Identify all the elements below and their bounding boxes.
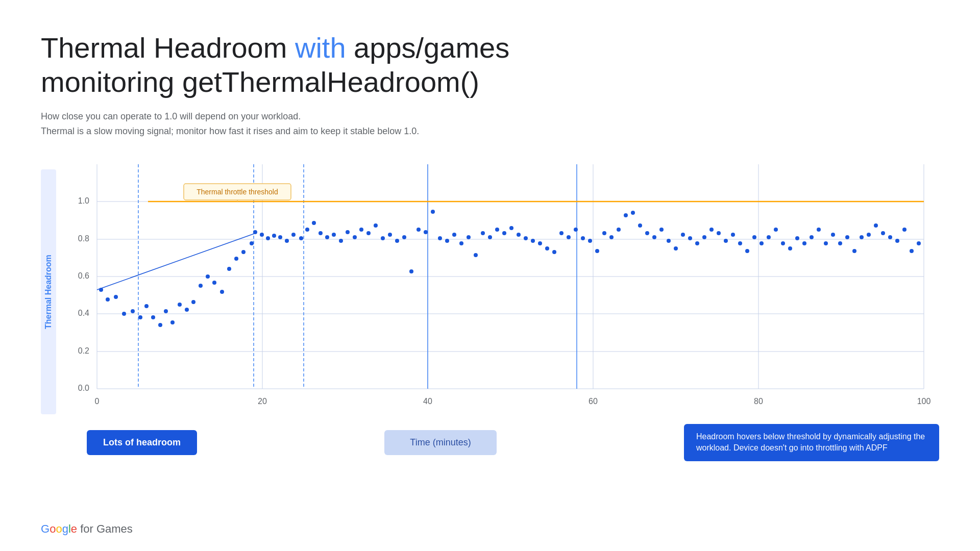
svg-point-77 (416, 228, 421, 232)
svg-point-44 (191, 300, 195, 304)
svg-point-36 (138, 315, 142, 319)
svg-point-118 (709, 228, 714, 232)
subtitle: How close you can operate to 1.0 will de… (41, 109, 939, 139)
svg-point-75 (402, 235, 406, 239)
svg-point-51 (241, 250, 246, 254)
svg-point-100 (581, 236, 585, 240)
svg-point-53 (253, 230, 257, 234)
svg-point-50 (234, 257, 238, 261)
svg-point-38 (151, 315, 155, 319)
svg-point-147 (917, 241, 921, 245)
svg-point-45 (199, 284, 203, 288)
title-part1: Thermal Headroom (41, 32, 295, 64)
page-title: Thermal Headroom with apps/games monitor… (41, 31, 939, 99)
svg-point-91 (517, 233, 521, 237)
chart-svg: 0.0 0.2 0.4 0.6 0.8 1.0 0 20 40 60 80 10… (61, 154, 939, 414)
subtitle-line2: Thermal is a slow moving signal; monitor… (41, 126, 419, 136)
svg-point-54 (260, 233, 264, 237)
svg-point-68 (353, 235, 357, 239)
svg-point-65 (332, 233, 336, 237)
svg-point-84 (467, 235, 471, 239)
y-axis-label: Thermal Headroom (41, 169, 56, 414)
svg-point-144 (895, 239, 899, 243)
svg-point-132 (810, 235, 814, 239)
svg-point-99 (574, 228, 578, 232)
svg-point-74 (395, 239, 399, 243)
svg-point-115 (688, 236, 692, 240)
title-with: with (295, 32, 346, 64)
svg-point-131 (802, 241, 806, 245)
svg-point-97 (559, 231, 564, 235)
svg-point-87 (488, 235, 492, 239)
svg-text:100: 100 (917, 397, 931, 406)
svg-point-46 (206, 274, 210, 279)
svg-point-52 (250, 241, 254, 245)
svg-point-73 (388, 233, 392, 237)
svg-point-63 (318, 231, 323, 235)
svg-point-138 (852, 249, 856, 253)
svg-point-126 (767, 235, 771, 239)
svg-point-96 (552, 250, 556, 254)
svg-point-140 (867, 233, 871, 237)
svg-text:0.6: 0.6 (78, 271, 89, 280)
svg-point-80 (438, 236, 442, 240)
svg-point-81 (445, 239, 449, 243)
svg-point-69 (359, 228, 363, 232)
svg-point-125 (760, 241, 764, 245)
svg-point-31 (99, 288, 103, 292)
svg-text:0: 0 (95, 397, 100, 406)
svg-text:60: 60 (589, 397, 598, 406)
svg-point-58 (285, 239, 289, 243)
svg-point-85 (474, 253, 478, 257)
svg-point-66 (339, 239, 343, 243)
svg-point-61 (305, 228, 309, 232)
svg-point-35 (131, 309, 135, 313)
svg-point-92 (524, 236, 528, 240)
svg-point-124 (752, 235, 756, 239)
svg-point-57 (278, 235, 282, 239)
svg-point-129 (788, 246, 792, 251)
svg-text:20: 20 (258, 397, 267, 406)
svg-point-134 (824, 241, 828, 245)
svg-point-128 (781, 241, 785, 245)
svg-point-114 (681, 233, 685, 237)
svg-point-32 (106, 297, 110, 302)
svg-point-127 (774, 228, 778, 232)
svg-point-90 (509, 226, 513, 230)
svg-point-83 (459, 241, 463, 245)
title-part2: apps/games (346, 32, 510, 64)
svg-point-76 (409, 269, 413, 273)
svg-point-56 (272, 234, 276, 238)
svg-point-123 (745, 249, 749, 253)
svg-point-116 (695, 241, 699, 245)
svg-point-33 (114, 295, 118, 299)
svg-text:0.4: 0.4 (78, 309, 89, 317)
svg-point-67 (346, 230, 350, 234)
svg-point-64 (325, 235, 329, 239)
svg-text:1.0: 1.0 (78, 196, 89, 205)
svg-text:Thermal throttle threshold: Thermal throttle threshold (197, 188, 278, 196)
subtitle-line1: How close you can operate to 1.0 will de… (41, 111, 301, 121)
svg-point-71 (374, 223, 378, 228)
google-branding: Google for Games (41, 522, 133, 536)
svg-point-117 (702, 235, 706, 239)
svg-point-49 (227, 267, 231, 271)
svg-point-78 (424, 230, 428, 234)
svg-point-120 (724, 239, 728, 243)
svg-point-95 (545, 246, 549, 251)
svg-point-105 (617, 228, 621, 232)
svg-point-89 (502, 231, 506, 235)
chart-wrapper: Thermal Headroom (41, 154, 939, 440)
svg-point-143 (888, 235, 892, 239)
chart-area: 0.0 0.2 0.4 0.6 0.8 1.0 0 20 40 60 80 10… (61, 154, 939, 440)
svg-point-60 (299, 236, 303, 240)
svg-point-59 (291, 233, 296, 237)
svg-point-111 (659, 228, 664, 232)
svg-point-39 (158, 323, 162, 327)
svg-point-34 (122, 312, 126, 316)
svg-point-101 (588, 239, 592, 243)
svg-text:0.2: 0.2 (78, 346, 89, 355)
svg-point-142 (881, 231, 885, 235)
svg-point-130 (795, 236, 799, 240)
lots-of-headroom-button[interactable]: Lots of headroom (87, 430, 197, 455)
